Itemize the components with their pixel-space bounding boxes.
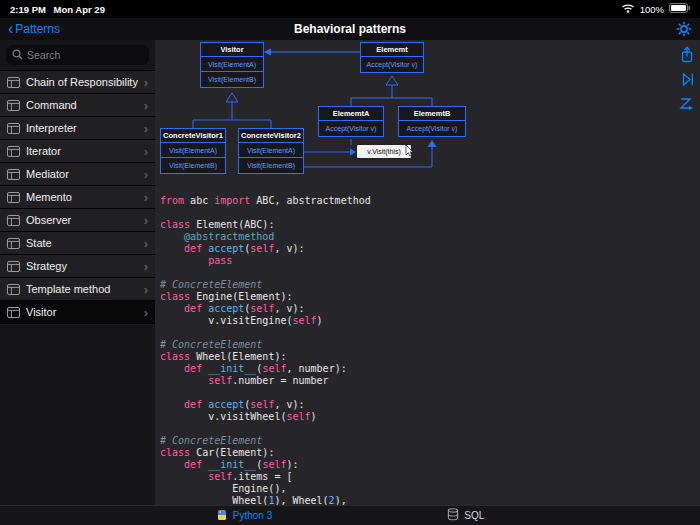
pattern-icon (7, 215, 20, 226)
chevron-right-icon: › (144, 121, 148, 136)
code-line (160, 267, 700, 279)
z-order-button[interactable] (679, 96, 695, 111)
uml-box-title: ElememtB (399, 107, 465, 121)
chevron-right-icon: › (144, 190, 148, 205)
uml-method: Visit(ElementA) (161, 143, 225, 158)
chevron-right-icon: › (144, 75, 148, 90)
uml-tooltip: v.Visit(this) (357, 145, 411, 158)
sidebar-item-observer[interactable]: Observer › (0, 209, 155, 232)
pattern-icon (7, 238, 20, 249)
status-date: Mon Apr 29 (54, 4, 105, 15)
back-label: Patterns (15, 22, 60, 36)
sidebar-item-mediator[interactable]: Mediator › (0, 163, 155, 186)
sidebar-item-label: Interpreter (26, 122, 138, 134)
chevron-left-icon: ‹ (8, 19, 13, 39)
sidebar-item-interpreter[interactable]: Interpreter › (0, 117, 155, 140)
tab-python3[interactable]: Python 3 (216, 509, 272, 523)
sidebar-item-label: Visitor (26, 306, 138, 318)
tab-python3-label: Python 3 (233, 510, 272, 521)
uml-diagram: v.Visit(this) Visitor Visit(ElementA)Vis… (155, 40, 700, 192)
tab-sql-label: SQL (464, 510, 484, 521)
tab-sql[interactable]: SQL (447, 508, 484, 523)
code-line: class Element(ABC): (160, 219, 700, 231)
bottom-tab-bar: Python 3 SQL (0, 505, 700, 525)
code-line: def accept(self, v): (160, 399, 700, 411)
sidebar-item-command[interactable]: Command › (0, 94, 155, 117)
code-line: def __init__(self): (160, 459, 700, 471)
chevron-right-icon: › (144, 213, 148, 228)
uml-box-title: ConcreteVisitor1 (161, 129, 225, 143)
sidebar-item-label: Observer (26, 214, 138, 226)
side-toolbar (679, 46, 695, 111)
chevron-right-icon: › (144, 236, 148, 251)
uml-box-methods: Accept(Visitor v) (319, 121, 383, 136)
code-line (160, 207, 700, 219)
uml-method: Accept(Visitor v) (319, 121, 383, 136)
sidebar-item-template-method[interactable]: Template method › (0, 278, 155, 301)
code-line (160, 327, 700, 339)
pattern-icon (7, 192, 20, 203)
share-button[interactable] (680, 46, 694, 63)
uml-box-methods: Accept(Visitor v) (399, 121, 465, 136)
sidebar-item-label: Command (26, 99, 138, 111)
code-line: # ConcreteElement (160, 339, 700, 351)
code-line: v.visitEngine(self) (160, 315, 700, 327)
sidebar-item-visitor[interactable]: Visitor › (0, 301, 155, 324)
pattern-icon (7, 169, 20, 180)
code-line: def accept(self, v): (160, 243, 700, 255)
search-input[interactable] (27, 49, 143, 61)
code-line: from abc import ABC, abstractmethod (160, 195, 700, 207)
wifi-icon (621, 3, 635, 15)
code-line: v.visitWheel(self) (160, 411, 700, 423)
chevron-right-icon: › (144, 144, 148, 159)
uml-box-title: Elememt (361, 43, 423, 57)
sidebar-item-label: Chain of Responsibility (26, 76, 138, 88)
search-icon (12, 46, 23, 64)
pattern-icon (7, 146, 20, 157)
main-content: v.Visit(this) Visitor Visit(ElementA)Vis… (155, 40, 700, 505)
code-line (160, 387, 700, 399)
uml-box-methods: Accept(Visitor v) (361, 57, 423, 72)
sidebar-item-label: Template method (26, 283, 138, 295)
code-line (160, 423, 700, 435)
back-button[interactable]: ‹ Patterns (8, 18, 60, 40)
sidebar-item-label: Strategy (26, 260, 138, 272)
sidebar-item-strategy[interactable]: Strategy › (0, 255, 155, 278)
uml-box-methods: Visit(ElementA)Visit(ElementB) (161, 143, 225, 173)
uml-method: Visit(ElementB) (201, 72, 263, 87)
code-line: self.number = number (160, 375, 700, 387)
flip-button[interactable] (681, 72, 694, 87)
uml-method: Visit(ElementA) (239, 143, 303, 158)
cursor-icon (405, 145, 414, 161)
code-line: def __init__(self, number): (160, 363, 700, 375)
sidebar-item-label: Iterator (26, 145, 138, 157)
sidebar-list: Chain of Responsibility › Command › Inte… (0, 70, 155, 324)
sidebar-item-label: Mediator (26, 168, 138, 180)
code-line: class Wheel(Element): (160, 351, 700, 363)
uml-method: Visit(ElementB) (161, 158, 225, 173)
uml-tooltip-label: v.Visit(this) (367, 148, 401, 155)
database-icon (447, 508, 459, 523)
code-line: @abstractmethod (160, 231, 700, 243)
code-line: # ConcreteElement (160, 435, 700, 447)
page-title: Behavioral patterns (0, 22, 700, 36)
uml-box-concretevisitor2: ConcreteVisitor2 Visit(ElementA)Visit(El… (238, 128, 304, 174)
code-line: self.items = [ (160, 471, 700, 483)
settings-button[interactable] (676, 21, 692, 37)
chevron-right-icon: › (144, 259, 148, 274)
sidebar-item-state[interactable]: State › (0, 232, 155, 255)
sidebar-item-chain-of-responsibility[interactable]: Chain of Responsibility › (0, 71, 155, 94)
code-line: # ConcreteElement (160, 279, 700, 291)
uml-method: Accept(Visitor v) (399, 121, 465, 136)
pattern-icon (7, 100, 20, 111)
z-arrow-icon (679, 96, 695, 111)
code-line: Engine(), (160, 483, 700, 495)
status-bar: 2:19 PM Mon Apr 29 100% (0, 0, 700, 18)
sidebar-item-memento[interactable]: Memento › (0, 186, 155, 209)
sidebar-item-iterator[interactable]: Iterator › (0, 140, 155, 163)
code-area[interactable]: from abc import ABC, abstractmethod clas… (155, 192, 700, 505)
chevron-right-icon: › (144, 167, 148, 182)
uml-method: Visit(ElementA) (201, 57, 263, 72)
code-line: class Engine(Element): (160, 291, 700, 303)
gear-icon (676, 21, 692, 37)
